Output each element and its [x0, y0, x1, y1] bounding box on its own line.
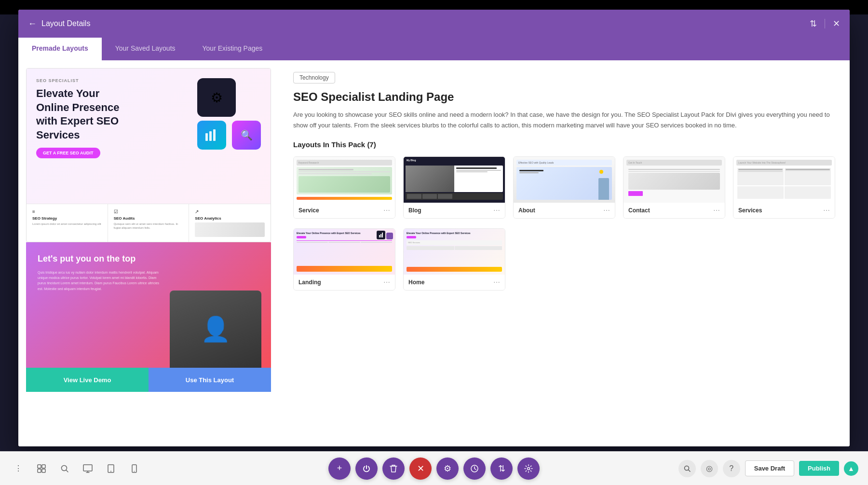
layout-name-blog: Blog — [408, 207, 421, 214]
right-panel: Technology SEO Specialist Landing Page A… — [279, 60, 850, 446]
stat-audits: ☑ SEO Audits Quisque sem elit ut amet se… — [108, 204, 190, 242]
use-layout-button[interactable]: Use This Layout — [149, 368, 271, 392]
layout-name-contact: Contact — [628, 207, 650, 214]
layout-footer-service: Service ⋯ — [294, 203, 395, 218]
tablet-icon-btn[interactable] — [102, 460, 120, 477]
hero-cta[interactable]: GET A FREE SEO AUDIT — [36, 148, 100, 158]
blog-thumb-card — [406, 166, 503, 192]
svg-rect-4 — [42, 465, 45, 468]
section-title: Let's put you on the top — [38, 254, 259, 264]
svg-point-15 — [134, 471, 135, 471]
preview-top: SEO SPECIALIST Elevate Your Online Prese… — [26, 68, 271, 242]
preview-hero: SEO SPECIALIST Elevate Your Online Prese… — [27, 69, 271, 204]
help-icon[interactable]: ? — [723, 460, 740, 477]
publish-button[interactable]: Publish — [799, 461, 839, 476]
modal-container: ← Layout Details ⇅ ✕ Premade Layouts You… — [18, 10, 850, 446]
back-button[interactable]: ← — [28, 19, 37, 29]
layout-footer-home: Home ⋯ — [404, 275, 505, 290]
audits-icon: ☑ — [114, 209, 183, 214]
strategy-icon: ≡ — [32, 209, 102, 214]
settings-icon[interactable]: ⇅ — [810, 18, 817, 29]
add-button[interactable]: + — [328, 457, 351, 480]
thumbnail-contact: Get In Touch — [624, 157, 725, 203]
svg-point-13 — [110, 471, 111, 471]
hero-title: Elevate Your Online Presence with Expert… — [36, 87, 133, 142]
thumbnail-about: Effective SEO with Quality Leads — [514, 157, 615, 203]
view-demo-button[interactable]: View Live Demo — [26, 368, 149, 392]
menu-icon-btn[interactable]: ⋮ — [10, 460, 27, 477]
svg-line-19 — [688, 470, 690, 471]
layout-card-blog[interactable]: My Blog — [403, 156, 505, 219]
section-image-inner: 👤 — [170, 291, 261, 368]
svg-line-8 — [67, 470, 68, 472]
layout-name-landing: Landing — [298, 279, 321, 286]
preview-bottom-section: Let's put you on the top Quis tristique … — [26, 242, 271, 368]
layouts-grid-row2: Elevate Your Online Presence with Expert… — [293, 228, 835, 291]
power-button[interactable] — [355, 457, 378, 480]
trash-button[interactable] — [382, 457, 405, 480]
thumb-orange-service — [297, 197, 392, 200]
layout-card-home[interactable]: Elevate Your Online Presence with Expert… — [403, 228, 505, 291]
layout-menu-contact[interactable]: ⋯ — [713, 207, 720, 214]
layout-card-contact[interactable]: Get In Touch — [623, 156, 725, 219]
layout-name-home: Home — [408, 279, 424, 286]
save-draft-button[interactable]: Save Draft — [745, 460, 794, 476]
layout-menu-home[interactable]: ⋯ — [493, 278, 500, 286]
grid-icon-btn[interactable] — [33, 460, 50, 477]
toolbar-right: ◎ ? Save Draft Publish ▲ — [678, 460, 858, 477]
search-right-icon[interactable] — [678, 460, 696, 477]
close-icon[interactable]: ✕ — [833, 18, 840, 29]
mobile-icon-btn[interactable] — [125, 460, 143, 477]
svg-rect-3 — [38, 465, 41, 468]
gear-button[interactable] — [517, 457, 540, 480]
layout-menu-about[interactable]: ⋯ — [603, 207, 610, 214]
toolbar-left: ⋮ — [10, 460, 143, 477]
layout-menu-services[interactable]: ⋯ — [823, 207, 830, 214]
svg-rect-6 — [42, 469, 45, 472]
layout-menu-service[interactable]: ⋯ — [383, 207, 390, 214]
layout-name-service: Service — [298, 207, 319, 214]
preview-stats: ≡ SEO Strategy Lorem ipsum dolor sit ame… — [27, 204, 271, 242]
circle-right-icon[interactable]: ◎ — [701, 460, 718, 477]
layout-card-about[interactable]: Effective SEO with Quality Leads — [513, 156, 615, 219]
layout-menu-landing[interactable]: ⋯ — [383, 278, 390, 286]
tab-premade[interactable]: Premade Layouts — [18, 38, 102, 60]
blog-thumb-header: My Blog — [404, 157, 505, 164]
section-image: 👤 — [170, 291, 261, 368]
thumbnail-blog: My Blog — [404, 157, 505, 203]
layout-card-landing[interactable]: Elevate Your Online Presence with Expert… — [293, 228, 395, 291]
history-button[interactable] — [463, 457, 486, 480]
layout-card-services[interactable]: Launch Your Website Into The Stratospher… — [733, 156, 835, 219]
modal-header-left: ← Layout Details — [28, 19, 90, 29]
left-panel: SEO SPECIALIST Elevate Your Online Prese… — [18, 60, 279, 446]
close-button[interactable]: ✕ — [409, 457, 432, 480]
expand-button[interactable]: ▲ — [844, 461, 858, 476]
layout-menu-blog[interactable]: ⋯ — [493, 207, 500, 214]
modal-tabs: Premade Layouts Your Saved Layouts Your … — [18, 38, 850, 60]
layout-button[interactable]: ⇅ — [490, 457, 513, 480]
layout-card-service[interactable]: Keyword Research — [293, 156, 395, 219]
settings-button[interactable]: ⚙ — [436, 457, 459, 480]
page-description: Are you looking to showcase your SEO ski… — [293, 110, 835, 131]
category-badge: Technology — [293, 72, 335, 83]
thumb-header-service: Keyword Research — [297, 160, 392, 166]
svg-rect-9 — [83, 465, 92, 471]
thumb-header-contact: Get In Touch — [626, 160, 722, 166]
tab-existing[interactable]: Your Existing Pages — [189, 38, 276, 60]
svg-point-17 — [528, 467, 530, 470]
blog-thumb-img — [406, 166, 454, 192]
layouts-grid-row1: Keyword Research — [293, 156, 835, 219]
modal-header: ← Layout Details ⇅ ✕ — [18, 10, 850, 38]
svg-rect-5 — [38, 469, 41, 472]
layout-footer-about: About ⋯ — [514, 203, 615, 218]
blog-thumb-text — [454, 166, 503, 192]
tab-saved[interactable]: Your Saved Layouts — [102, 38, 189, 60]
analytics-icon: ↗ — [195, 209, 265, 214]
thumbnail-services: Launch Your Website Into The Stratospher… — [733, 157, 835, 203]
page-title: SEO Specialist Landing Page — [293, 90, 835, 104]
modal-header-right: ⇅ ✕ — [810, 18, 840, 29]
hero-text-block: SEO SPECIALIST Elevate Your Online Prese… — [36, 78, 261, 158]
desktop-icon-btn[interactable] — [79, 460, 96, 477]
layout-name-services: Services — [738, 207, 762, 214]
search-icon-btn[interactable] — [56, 460, 73, 477]
